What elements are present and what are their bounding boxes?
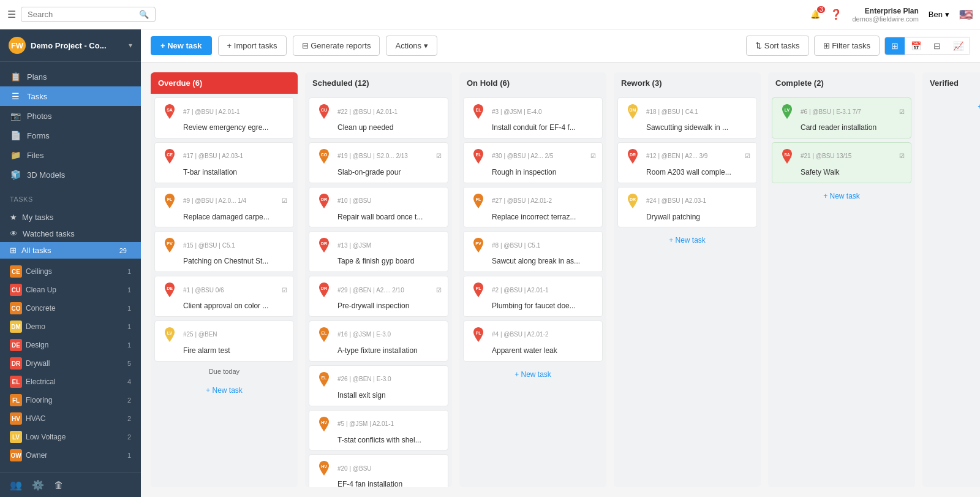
sidebar-category-drywall[interactable]: DR Drywall 5 <box>0 354 141 373</box>
task-card[interactable]: HV #5 | @JSM | A2.01-1 T-stat conflicts … <box>309 410 448 451</box>
new-task-button-on-hold[interactable]: + New task <box>463 365 603 384</box>
task-card[interactable]: LV #25 | @BEN Fire alarm test <box>154 321 294 362</box>
content-area: + New task + Import tasks ⊟ Generate rep… <box>141 29 980 497</box>
task-card-header: DR #29 | @BEN | A2.... 2/10 ☑ <box>315 281 442 298</box>
team-icon[interactable]: 👥 <box>10 479 22 491</box>
sidebar-category-electrical[interactable]: EL Electrical 4 <box>0 373 141 391</box>
sidebar-category-owner[interactable]: OW Owner 1 <box>0 446 141 465</box>
calendar-view-button[interactable]: 📅 <box>905 37 927 55</box>
task-card[interactable]: CO #19 | @BSU | S2.0... 2/13 ☑ Slab-on-g… <box>309 142 448 183</box>
category-label: Electrical <box>26 377 56 386</box>
filter-tasks-button[interactable]: ⊞ Filter tasks <box>814 36 880 56</box>
sidebar-item-files[interactable]: 📁 Files <box>0 145 141 165</box>
main-layout: FW Demo Project - Co... ▾ 📋 Plans ☰ Task… <box>0 29 980 497</box>
sidebar-category-low-voltage[interactable]: LV Low Voltage 2 <box>0 428 141 446</box>
sidebar-item-photos[interactable]: 📷 Photos <box>0 106 141 126</box>
sidebar-category-design[interactable]: DE Design 1 <box>0 336 141 354</box>
sidebar-item-plans[interactable]: 📋 Plans <box>0 67 141 86</box>
task-card[interactable]: EL #30 | @BSU | A2... 2/5 ☑ Rough in ins… <box>463 142 603 183</box>
list-view-button[interactable]: ⊟ <box>927 37 947 55</box>
search-box[interactable]: 🔍 <box>21 7 156 22</box>
task-title: Room A203 wall comple... <box>624 167 750 178</box>
sort-tasks-button[interactable]: ⇅ Sort tasks <box>746 36 809 56</box>
new-task-button-rework[interactable]: + New task <box>617 231 757 249</box>
task-card[interactable]: DR #10 | @BSU Repair wall board once t..… <box>309 187 448 228</box>
task-meta: #8 | @BSU | C5.1 <box>492 242 596 249</box>
sidebar-item-all-tasks[interactable]: ⊞ All tasks 29 <box>0 242 141 259</box>
task-card[interactable]: DR #29 | @BEN | A2.... 2/10 ☑ Pre-drywal… <box>309 276 448 317</box>
board-column-overdue: Overdue (6) SA #7 | @BSU | A2.01-1 Revie… <box>151 72 298 487</box>
sidebar-category-clean-up[interactable]: CU Clean Up 1 <box>0 281 141 299</box>
project-header[interactable]: FW Demo Project - Co... ▾ <box>0 29 141 62</box>
import-tasks-button[interactable]: + Import tasks <box>218 36 287 56</box>
hamburger-icon[interactable]: ☰ <box>7 9 16 20</box>
task-card[interactable]: PV #15 | @BSU | C5.1 Patching on Chestnu… <box>154 231 294 272</box>
column-body-overdue: SA #7 | @BSU | A2.01-1 Review emergency … <box>151 94 298 487</box>
category-initials: DR <box>10 357 22 370</box>
task-card[interactable]: FL #27 | @BSU | A2.01-2 Replace incorrec… <box>463 187 603 228</box>
task-card[interactable]: CU #22 | @BSU | A2.01-1 Clean up needed <box>309 97 448 138</box>
sidebar-category-concrete[interactable]: CO Concrete 1 <box>0 299 141 317</box>
task-card[interactable]: PL #2 | @BSU | A2.01-1 Plumbing for fauc… <box>463 276 603 317</box>
task-card[interactable]: SA #7 | @BSU | A2.01-1 Review emergency … <box>154 97 294 138</box>
language-flag[interactable]: 🇺🇸 <box>959 8 973 21</box>
notification-badge: 3 <box>817 6 826 13</box>
task-card[interactable]: LV #6 | @BSU | E-3.1 7/7 ☑ Card reader i… <box>772 97 911 138</box>
task-card-header: DR #10 | @BSU <box>315 192 442 210</box>
sidebar-label-files: Files <box>27 151 43 160</box>
sidebar-item-my-tasks[interactable]: ★ My tasks <box>0 209 141 226</box>
task-card[interactable]: CE #17 | @BSU | A2.03-1 T-bar installati… <box>154 142 294 183</box>
task-card[interactable]: PV #8 | @BSU | C5.1 Sawcut along break i… <box>463 231 603 272</box>
project-chevron-icon: ▾ <box>129 41 132 50</box>
task-card[interactable]: EL #26 | @BEN | E-3.0 Install exit sign <box>309 365 448 406</box>
user-menu-button[interactable]: Ben ▾ <box>929 10 949 19</box>
task-card[interactable]: SA #21 | @BSU 13/15 ☑ Safety Walk <box>772 142 911 183</box>
task-card[interactable]: DR #24 | @BSU | A2.03-1 Drywall patching <box>617 187 757 228</box>
task-card-header: FL #9 | @BSU | A2.0... 1/4 ☑ <box>161 192 287 210</box>
category-label: Ceilings <box>26 267 52 276</box>
sidebar-category-demo[interactable]: DM Demo 1 <box>0 317 141 336</box>
new-task-button[interactable]: + New task <box>151 36 212 55</box>
task-card[interactable]: FL #9 | @BSU | A2.0... 1/4 ☑ Replace dam… <box>154 187 294 228</box>
sidebar-category-flooring[interactable]: FL Flooring 2 <box>0 391 141 409</box>
settings-icon[interactable]: ⚙️ <box>32 479 44 491</box>
sidebar-category-hvac[interactable]: HV HVAC 2 <box>0 409 141 428</box>
board-view-button[interactable]: ⊞ <box>885 37 905 55</box>
category-label: Concrete <box>26 304 56 313</box>
task-card[interactable]: DR #12 | @BEN | A2... 3/9 ☑ Room A203 wa… <box>617 142 757 183</box>
task-card[interactable]: HV #20 | @BSU EF-4 fan installation <box>309 454 448 487</box>
new-task-button-overdue[interactable]: + New task <box>154 381 294 400</box>
task-card[interactable]: EL #3 | @JSM | E-4.0 Install conduit for… <box>463 97 603 138</box>
task-card[interactable]: DR #13 | @JSM Tape & finish gyp board <box>309 231 448 272</box>
task-card[interactable]: DM #18 | @BSU | C4.1 Sawcutting sidewalk… <box>617 97 757 138</box>
generate-reports-button[interactable]: ⊟ Generate reports <box>293 36 380 56</box>
actions-button[interactable]: Actions ▾ <box>386 36 437 56</box>
svg-text:SA: SA <box>784 153 790 157</box>
column-body-complete: LV #6 | @BSU | E-3.1 7/7 ☑ Card reader i… <box>768 94 915 487</box>
task-title: Clean up needed <box>315 123 442 133</box>
task-checklist: ☑ <box>282 197 287 204</box>
sidebar-item-3d-models[interactable]: 🧊 3D Models <box>0 165 141 184</box>
column-header-rework: Rework (3) <box>614 72 761 94</box>
task-card[interactable]: PL #4 | @BSU | A2.01-2 Apparent water le… <box>463 321 603 362</box>
task-meta: #7 | @BSU | A2.01-1 <box>183 108 287 115</box>
help-icon[interactable]: ❓ <box>830 9 842 20</box>
new-task-button-complete[interactable]: + New task <box>772 187 911 205</box>
sidebar-item-tasks[interactable]: ☰ Tasks <box>0 86 141 106</box>
task-card-header: SA #7 | @BSU | A2.01-1 <box>161 103 287 120</box>
category-count: 1 <box>127 305 131 312</box>
sidebar-categories: CE Ceilings 1 CU Clean Up 1 CO Concrete … <box>0 262 141 465</box>
category-initials: DE <box>10 339 22 351</box>
chart-view-button[interactable]: 📈 <box>947 37 970 55</box>
search-input[interactable] <box>28 10 135 19</box>
task-card[interactable]: DE #1 | @BSU 0/6 ☑ Client approval on co… <box>154 276 294 317</box>
sidebar-item-watched-tasks[interactable]: 👁 Watched tasks <box>0 226 141 242</box>
notification-bell[interactable]: 🔔 3 <box>810 10 820 19</box>
task-card-header: CU #22 | @BSU | A2.01-1 <box>315 103 442 120</box>
sidebar-item-forms[interactable]: 📄 Forms <box>0 126 141 145</box>
trash-icon[interactable]: 🗑 <box>54 480 64 491</box>
task-card[interactable]: EL #16 | @JSM | E-3.0 A-type fixture ins… <box>309 321 448 362</box>
sidebar-category-ceilings[interactable]: CE Ceilings 1 <box>0 262 141 281</box>
new-task-button-verified[interactable]: + New task <box>926 97 980 116</box>
task-avatar: PV <box>470 237 487 254</box>
